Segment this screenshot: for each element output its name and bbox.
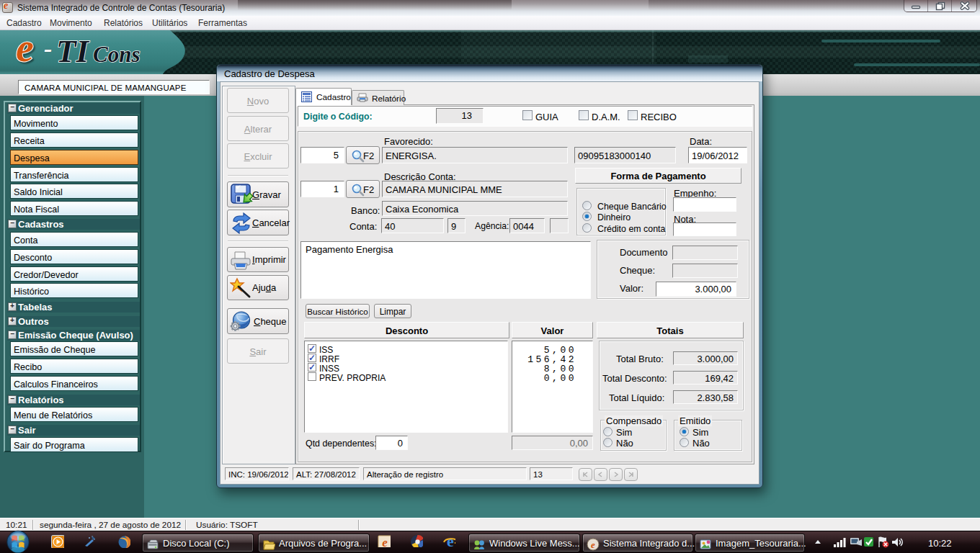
svg-text:e: e [16,30,34,70]
svg-text:e: e [447,534,454,547]
svg-text:e: e [382,536,388,547]
svg-text:e: e [591,539,595,550]
svg-text:TI: TI [56,33,89,69]
svg-text:Cons: Cons [93,42,140,67]
svg-text:-: - [44,35,52,62]
